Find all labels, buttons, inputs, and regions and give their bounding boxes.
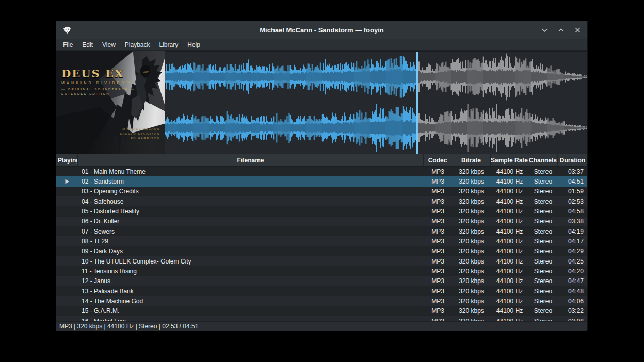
playlist-row[interactable]: 13 - Palisade BankMP3320 kbps44100 HzSte… xyxy=(56,286,587,296)
cell-duration: 04:06 xyxy=(558,296,587,306)
menu-item-library[interactable]: Library xyxy=(155,40,183,50)
playing-cell xyxy=(56,206,78,216)
playing-cell xyxy=(56,217,78,226)
cell-duration: 04:17 xyxy=(558,236,587,246)
cell-channels: Stereo xyxy=(528,306,558,316)
cell-duration: 04:48 xyxy=(558,286,587,296)
art-logo-block: DEUS EX MANKIND DIVIDED™ — ORIGINAL SOUN… xyxy=(61,67,135,95)
cell-filename: 09 - Dark Days xyxy=(78,246,424,256)
playlist-row[interactable]: 11 - Tensions RisingMP3320 kbps44100 HzS… xyxy=(56,266,587,276)
playing-cell xyxy=(56,286,78,296)
column-header-duration[interactable]: Duration xyxy=(558,154,587,166)
column-header-bitrate[interactable]: Bitrate xyxy=(452,154,491,166)
cell-bitrate: 320 kbps xyxy=(452,217,491,226)
cell-sample-rate: 44100 Hz xyxy=(491,187,528,196)
cell-filename: 05 - Distorted Reality xyxy=(78,206,424,216)
cell-sample-rate: 44100 Hz xyxy=(491,176,528,186)
cell-bitrate: 320 kbps xyxy=(452,266,491,276)
cell-filename: 15 - G.A.R.M. xyxy=(78,306,424,316)
playlist-row[interactable]: 09 - Dark DaysMP3320 kbps44100 HzStereo0… xyxy=(56,246,587,256)
cell-duration: 04:47 xyxy=(558,276,587,286)
playing-cell xyxy=(56,246,78,256)
column-header-sample-rate[interactable]: Sample Rate xyxy=(491,154,528,166)
cell-bitrate: 320 kbps xyxy=(452,286,491,296)
playlist-row[interactable]: 08 - TF29MP3320 kbps44100 HzStereo04:17 xyxy=(56,236,587,246)
waveform-seekbar[interactable] xyxy=(165,51,587,154)
column-header-channels[interactable]: Channels xyxy=(528,154,558,166)
cell-codec: MP3 xyxy=(424,236,452,246)
column-header-filename[interactable]: Filename xyxy=(78,154,424,166)
cell-bitrate: 320 kbps xyxy=(452,206,491,216)
cell-filename: 13 - Palisade Bank xyxy=(78,286,424,296)
cell-codec: MP3 xyxy=(424,296,452,306)
playlist-row[interactable]: 14 - The Machine GodMP3320 kbps44100 HzS… xyxy=(56,296,587,306)
titlebar[interactable]: Michael McCann - Sandstorm — fooyin xyxy=(56,21,587,39)
cell-codec: MP3 xyxy=(424,286,452,296)
column-header-playing[interactable]: Playing xyxy=(56,154,78,166)
status-text: MP3 | 320 kbps | 44100 Hz | Stereo | 02:… xyxy=(59,323,198,330)
cell-filename: 14 - The Machine God xyxy=(78,296,424,306)
playing-cell xyxy=(56,316,78,321)
cell-sample-rate: 44100 Hz xyxy=(491,196,528,206)
playing-cell xyxy=(56,296,78,306)
statusbar: MP3 | 320 kbps | 44100 Hz | Stereo | 02:… xyxy=(56,321,587,331)
art-subtitle: MANKIND DIVIDED™ xyxy=(61,81,135,85)
cell-channels: Stereo xyxy=(528,187,558,196)
album-art: DEUS EX MANKIND DIVIDED™ — ORIGINAL SOUN… xyxy=(56,51,165,154)
playlist-row[interactable]: 15 - G.A.R.M.MP3320 kbps44100 HzStereo03… xyxy=(56,306,587,316)
playlist-row[interactable]: 10 - The UTULEK Complex- Golem CityMP332… xyxy=(56,256,587,266)
playlist[interactable]: 01 - Main Menu ThemeMP3320 kbps44100 HzS… xyxy=(56,167,587,321)
cell-channels: Stereo xyxy=(528,276,558,286)
cell-sample-rate: 44100 Hz xyxy=(491,217,528,226)
maximize-icon[interactable] xyxy=(556,26,566,35)
cell-sample-rate: 44100 Hz xyxy=(491,296,528,306)
menu-item-playback[interactable]: Playback xyxy=(120,40,155,50)
cell-codec: MP3 xyxy=(424,187,452,196)
cell-duration: 03:37 xyxy=(558,167,587,176)
cell-bitrate: 320 kbps xyxy=(452,276,491,286)
cell-duration: 04:20 xyxy=(558,266,587,276)
art-soundtrack-line: — ORIGINAL SOUNDTRACK — xyxy=(61,88,135,91)
cell-channels: Stereo xyxy=(528,256,558,266)
cell-channels: Stereo xyxy=(528,246,558,256)
playlist-row[interactable]: 01 - Main Menu ThemeMP3320 kbps44100 HzS… xyxy=(56,167,587,176)
cell-duration: 02:53 xyxy=(558,196,587,206)
cell-sample-rate: 44100 Hz xyxy=(491,226,528,236)
cell-duration: 04:19 xyxy=(558,226,587,236)
menu-item-view[interactable]: View xyxy=(98,40,120,50)
playlist-row[interactable]: 12 - JanusMP3320 kbps44100 HzStereo04:47 xyxy=(56,276,587,286)
minimize-icon[interactable] xyxy=(540,26,549,35)
playlist-row[interactable]: 16 - Martial LawMP3320 kbps44100 HzStere… xyxy=(56,316,587,321)
playing-cell xyxy=(56,256,78,266)
menu-item-edit[interactable]: Edit xyxy=(77,40,98,50)
playlist-row[interactable]: 07 - SewersMP3320 kbps44100 HzStereo04:1… xyxy=(56,226,587,236)
playlist-row[interactable]: 04 - SafehouseMP3320 kbps44100 HzStereo0… xyxy=(56,196,587,206)
cell-sample-rate: 44100 Hz xyxy=(491,256,528,266)
cell-filename: 01 - Main Menu Theme xyxy=(78,167,424,176)
cell-codec: MP3 xyxy=(424,256,452,266)
playlist-row[interactable]: 02 - SandstormMP3320 kbps44100 HzStereo0… xyxy=(56,176,587,186)
art-credit-line: ED HARRISON xyxy=(120,136,160,141)
cell-filename: 16 - Martial Law xyxy=(78,316,424,321)
menu-item-help[interactable]: Help xyxy=(183,40,205,50)
playing-cell xyxy=(56,276,78,286)
cell-filename: 07 - Sewers xyxy=(78,226,424,236)
cell-duration: 04:58 xyxy=(558,206,587,216)
playlist-row[interactable]: 05 - Distorted RealityMP3320 kbps44100 H… xyxy=(56,206,587,216)
cell-codec: MP3 xyxy=(424,176,452,186)
playing-cell xyxy=(56,236,78,246)
menu-item-file[interactable]: File xyxy=(58,40,77,50)
close-icon[interactable] xyxy=(573,26,582,35)
cell-sample-rate: 44100 Hz xyxy=(491,236,528,246)
cell-codec: MP3 xyxy=(424,306,452,316)
cell-filename: 04 - Safehouse xyxy=(78,196,424,206)
cell-codec: MP3 xyxy=(424,276,452,286)
playlist-row[interactable]: 03 - Opening CreditsMP3320 kbps44100 HzS… xyxy=(56,187,587,196)
fooyin-logo-icon xyxy=(61,25,73,36)
column-header-codec[interactable]: Codec xyxy=(424,154,452,166)
cell-channels: Stereo xyxy=(528,286,558,296)
cell-filename: 11 - Tensions Rising xyxy=(78,266,424,276)
cell-codec: MP3 xyxy=(424,206,452,216)
playlist-row[interactable]: 06 - Dr. KollerMP3320 kbps44100 HzStereo… xyxy=(56,217,587,226)
cell-channels: Stereo xyxy=(528,316,558,321)
